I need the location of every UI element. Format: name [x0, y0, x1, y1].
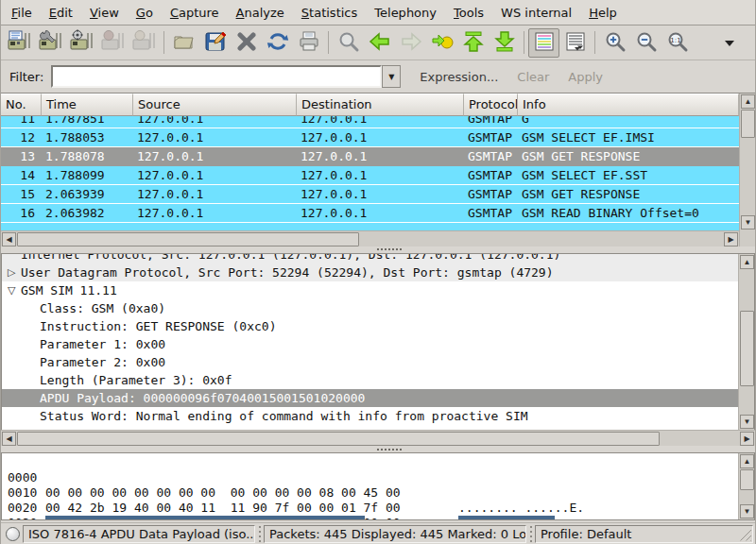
- goto-top-button[interactable]: [457, 28, 489, 58]
- filter-input[interactable]: [51, 65, 382, 88]
- pane-splitter[interactable]: [1, 446, 755, 452]
- expression-button[interactable]: Expression...: [410, 67, 507, 87]
- packet-protocol: GSMTAP: [464, 147, 518, 165]
- scroll-left-button[interactable]: ◀: [2, 432, 16, 446]
- packet-row[interactable]: 12 1.788053 127.0.0.1 127.0.0.1 GSMTAP G…: [1, 128, 739, 147]
- packet-list-hscrollbar[interactable]: ◀ ▶: [1, 230, 739, 246]
- scroll-right-button[interactable]: ▶: [724, 232, 738, 246]
- expander-collapsed-icon[interactable]: ▷: [8, 264, 21, 281]
- menu-help[interactable]: Help: [580, 2, 626, 24]
- packet-list-vscrollbar[interactable]: ▲ ▼: [739, 94, 755, 246]
- hex-row[interactable]: 0010 00 42 2b 19 40 00 40 11 11 90 7f 00…: [2, 470, 738, 485]
- detail-row[interactable]: Instruction: GET RESPONSE (0xc0): [2, 317, 738, 335]
- packet-protocol: GSMTAP: [464, 128, 518, 146]
- menu-analyze[interactable]: Analyze: [228, 2, 293, 24]
- packet-row[interactable]: 14 1.788099 127.0.0.1 127.0.0.1 GSMTAP G…: [1, 166, 739, 185]
- detail-row[interactable]: Internet Protocol, Src: 127.0.0.1 (127.0…: [2, 254, 738, 264]
- statusbar-grip[interactable]: [527, 526, 534, 542]
- detail-text: Status Word: Normal ending of command wi…: [40, 407, 528, 425]
- menu-edit[interactable]: Edit: [41, 2, 81, 24]
- vscroll-thumb[interactable]: [740, 469, 754, 490]
- menu-view[interactable]: View: [81, 2, 128, 24]
- packet-row[interactable]: 16 2.063982 127.0.0.1 127.0.0.1 GSMTAP G…: [1, 204, 739, 223]
- capture-start-button[interactable]: [66, 28, 97, 58]
- colorize-button[interactable]: [528, 28, 559, 58]
- scroll-up-button[interactable]: ▲: [740, 255, 754, 269]
- column-header-destination[interactable]: Destination: [297, 94, 464, 116]
- menu-file[interactable]: File: [3, 2, 41, 24]
- reload-button[interactable]: [262, 28, 293, 58]
- file-save-button[interactable]: [199, 28, 231, 58]
- detail-row-gsm-sim[interactable]: ▽GSM SIM 11.11: [2, 281, 738, 299]
- capture-stop-button[interactable]: [129, 28, 160, 58]
- hscroll-thumb[interactable]: [17, 232, 359, 246]
- hex-row[interactable]: 0000 00 00 00 00 00 00 00 00 00 00 00 00…: [2, 455, 738, 470]
- packet-row[interactable]: 15 2.063939 127.0.0.1 127.0.0.1 GSMTAP G…: [1, 185, 739, 204]
- scroll-down-button[interactable]: ▼: [740, 504, 754, 518]
- detail-row[interactable]: Length (Parameter 3): 0x0f: [2, 371, 738, 389]
- scroll-up-button[interactable]: ▲: [740, 454, 754, 468]
- scroll-right-button[interactable]: ▶: [740, 432, 754, 446]
- filter-combo: ▼: [51, 65, 401, 88]
- column-header-protocol[interactable]: Protocol: [464, 94, 518, 116]
- scroll-up-button[interactable]: ▲: [741, 94, 755, 109]
- file-close-button[interactable]: [231, 28, 262, 58]
- expert-info-icon[interactable]: [6, 527, 20, 541]
- goto-packet-button[interactable]: [426, 28, 457, 58]
- toolbar-overflow-button[interactable]: [713, 28, 745, 58]
- menu-ws-internal[interactable]: WS internal: [492, 2, 580, 24]
- pane-splitter[interactable]: [1, 246, 755, 253]
- clear-button[interactable]: Clear: [507, 67, 558, 87]
- scroll-left-button[interactable]: ◀: [2, 232, 16, 246]
- detail-row[interactable]: Status Word: Normal ending of command wi…: [2, 407, 738, 425]
- status-profile[interactable]: Profile: Default: [535, 525, 753, 543]
- menu-capture[interactable]: Capture: [162, 2, 228, 24]
- apply-button[interactable]: Apply: [558, 67, 612, 87]
- vscroll-thumb[interactable]: [740, 311, 754, 386]
- scroll-down-button[interactable]: ▼: [741, 215, 755, 230]
- resize-grip[interactable]: [738, 528, 751, 541]
- column-header-no[interactable]: No.: [1, 94, 42, 116]
- zoom-out-button[interactable]: [630, 28, 662, 58]
- details-vscrollbar[interactable]: ▲ ▼: [738, 254, 754, 430]
- capture-options-button[interactable]: [35, 28, 66, 58]
- menu-tools[interactable]: Tools: [445, 2, 492, 24]
- capture-restart-button[interactable]: [97, 28, 129, 58]
- detail-row[interactable]: Class: GSM (0xa0): [2, 299, 738, 317]
- details-hscrollbar[interactable]: ◀ ▶: [1, 430, 755, 446]
- detail-row-udp[interactable]: ▷User Datagram Protocol, Src Port: 52294…: [2, 264, 738, 281]
- menu-telephony[interactable]: Telephony: [366, 2, 445, 24]
- print-button[interactable]: [293, 28, 324, 58]
- column-header-info[interactable]: Info: [518, 94, 739, 116]
- menu-statistics[interactable]: Statistics: [293, 2, 366, 24]
- vscroll-thumb[interactable]: [741, 110, 755, 138]
- detail-row[interactable]: Parameter 2: 0x00: [2, 353, 738, 371]
- hex-row[interactable]: 0030 00 00 00 00 00 00 00 00 00 00 a0 c0…: [2, 501, 738, 516]
- goto-bottom-button[interactable]: [489, 28, 520, 58]
- forward-arrow-icon: [400, 30, 422, 56]
- go-back-button[interactable]: [364, 28, 395, 58]
- detail-row-selected[interactable]: APDU Payload: 000000096f0704001500150102…: [2, 389, 738, 407]
- zoom-in-button[interactable]: [599, 28, 630, 58]
- column-header-time[interactable]: Time: [42, 94, 133, 116]
- autoscroll-button[interactable]: [559, 28, 591, 58]
- statusbar-grip[interactable]: [256, 526, 263, 542]
- packet-row-selected[interactable]: 13 1.788078 127.0.0.1 127.0.0.1 GSMTAP G…: [1, 147, 739, 166]
- column-header-source[interactable]: Source: [133, 94, 297, 116]
- menu-go[interactable]: Go: [128, 2, 162, 24]
- packet-row[interactable]: 11 1.787851 127.0.0.1 127.0.0.1 GSMTAP G: [1, 116, 739, 128]
- scroll-down-button[interactable]: ▼: [740, 415, 754, 429]
- packet-source: 127.0.0.1: [133, 166, 297, 184]
- filter-button[interactable]: Filter:: [6, 67, 51, 87]
- hex-row[interactable]: 0020 00 01 cc 46 12 79 00 2e fe 41 02 04…: [2, 485, 738, 501]
- hscroll-thumb[interactable]: [17, 432, 660, 446]
- filter-dropdown-button[interactable]: ▼: [382, 65, 401, 88]
- file-open-button[interactable]: [168, 28, 199, 58]
- hex-vscrollbar[interactable]: ▲ ▼: [738, 453, 754, 519]
- go-forward-button[interactable]: [395, 28, 426, 58]
- zoom-actual-button[interactable]: 1:1: [662, 28, 693, 58]
- interfaces-button[interactable]: [4, 28, 35, 58]
- detail-row[interactable]: Parameter 1: 0x00: [2, 335, 738, 353]
- find-button[interactable]: [333, 28, 364, 58]
- expander-expanded-icon[interactable]: ▽: [8, 281, 21, 299]
